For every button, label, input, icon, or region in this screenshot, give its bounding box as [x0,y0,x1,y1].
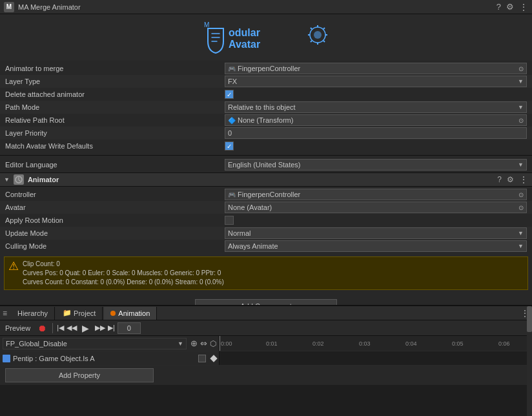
match-avatar-row: Match Avatar Write Defaults ✓ [0,140,532,152]
svg-text:odular: odular [229,27,260,38]
animator-to-merge-value: 🎮 FingerpenController ⊙ [225,63,527,74]
tab-project[interactable]: 📁 Project [56,307,103,320]
add-property-row: Add Property [0,366,532,385]
timeline-scrollbar[interactable] [527,306,532,416]
controller-value: 🎮 FingerpenController ⊙ [225,189,527,200]
pick-icon[interactable]: ⊙ [518,117,524,124]
editor-language-value: English (United States) ▼ [225,159,527,171]
tick-3: 0:03 [359,340,371,347]
animator-to-merge-row: Animator to merge 🎮 FingerpenController … [0,62,532,75]
layer-type-value: FX ▼ [225,76,527,87]
animator-icon [14,174,24,185]
tab-hierarchy[interactable]: Hierarchy [11,307,55,320]
mirror-icon[interactable]: ⇔ [200,338,207,348]
title-bar: M MA Merge Animator ? ⚙ ⋮ [0,0,532,14]
collapse-icon[interactable]: ▼ [4,176,10,183]
more-icon[interactable]: ⋮ [519,174,528,185]
checkbox-checked-icon[interactable]: ✓ [225,90,234,99]
more-icon[interactable]: ⋮ [519,2,528,12]
chevron-down-icon: ▼ [518,161,524,168]
controller-label: Controller [5,191,225,198]
preview-button[interactable]: Preview [3,322,33,335]
prev-button[interactable]: ◀◀ [66,322,77,335]
animator-section-actions: ? ⚙ ⋮ [497,174,528,185]
move-icon[interactable]: ⊕ [190,338,198,348]
layer-type-row: Layer Type FX ▼ [0,75,532,88]
warning-box: ⚠ Clip Count: 0 Curves Pos: 0 Quat: 0 Eu… [4,256,528,290]
svg-point-4 [314,31,322,39]
window-title: MA Merge Animator [18,3,493,11]
clip-select-dropdown[interactable]: FP_Global_Disable ▼ [3,338,187,349]
frame-number[interactable]: 0 [118,322,141,334]
path-mode-dropdown[interactable]: Relative to this object ▼ [225,101,527,113]
folder-icon: 📁 [63,309,72,317]
record-indicator [110,311,116,316]
end-button[interactable]: ▶| [108,322,115,335]
match-avatar-checkbox[interactable]: ✓ [225,141,234,151]
path-mode-label: Path Mode [5,103,225,111]
record-button[interactable]: ⏺ [36,322,48,335]
animation-toolbar: Preview ⏺ |◀ ◀◀ ▶ ▶▶ ▶| 0 [0,320,532,336]
layer-priority-label: Layer Priority [5,129,225,137]
editor-language-label: Editor Language [5,161,225,169]
title-bar-actions: ? ⚙ ⋮ [496,2,528,12]
path-mode-row: Path Mode Relative to this object ▼ [0,101,532,114]
animator-to-merge-label: Animator to merge [5,65,225,72]
layer-priority-field[interactable]: 0 [225,127,527,139]
logo-area: odular Avatar M [0,14,532,61]
settings-icon[interactable]: ⚙ [506,2,514,12]
next-button[interactable]: ▶▶ [95,322,105,335]
game-object-icon [3,355,10,362]
controller-field[interactable]: 🎮 FingerpenController ⊙ [225,189,527,200]
help-icon[interactable]: ? [496,2,501,12]
layer-type-dropdown[interactable]: FX ▼ [225,76,527,87]
culling-mode-row: Culling Mode Always Animate ▼ [0,240,532,253]
help-icon[interactable]: ? [497,175,502,184]
apply-root-motion-value [225,216,527,225]
animator-section-title: Animator [28,176,493,183]
apply-root-motion-checkbox[interactable] [225,216,234,225]
relative-path-root-field[interactable]: 🔷 None (Transform) ⊙ [225,114,527,126]
checkbox-checked-icon[interactable]: ✓ [225,141,234,151]
pick-icon[interactable]: ⊙ [518,191,524,198]
tick-4: 0:04 [405,340,417,347]
begin-button[interactable]: |◀ [57,322,64,335]
delete-animator-checkbox[interactable]: ✓ [225,90,234,99]
delete-animator-label: Delete attached animator [5,90,225,98]
add-property-button[interactable]: Add Property [5,368,154,382]
pick-icon[interactable]: ⊙ [518,65,524,72]
update-mode-row: Update Mode Normal ▼ [0,227,532,240]
relative-path-root-value: 🔷 None (Transform) ⊙ [225,114,527,126]
object-track-checkbox[interactable] [198,355,206,362]
scrollbar-thumb[interactable] [527,306,532,332]
match-avatar-label: Match Avatar Write Defaults [5,142,225,150]
path-mode-value: Relative to this object ▼ [225,101,527,113]
editor-language-dropdown[interactable]: English (United States) ▼ [225,159,527,171]
tab-menu-icon[interactable]: ≡ [3,309,7,318]
tab-animation[interactable]: Animation [104,307,157,320]
layer-priority-value: 0 [225,127,527,139]
checkbox-unchecked-icon[interactable] [225,216,234,225]
avatar-row: Avatar None (Avatar) ⊙ [0,201,532,214]
snap-icon[interactable]: ⬡ [210,339,216,348]
delete-animator-value: ✓ [225,90,527,99]
clip-select-label-area: FP_Global_Disable ▼ ⊕ ⇔ ⬡ [0,336,220,351]
culling-mode-dropdown[interactable]: Always Animate ▼ [225,240,527,252]
play-button[interactable]: ▶ [79,322,92,335]
keyframe-diamond-icon[interactable] [210,355,217,362]
tick-0: 0:00 [221,340,232,347]
apply-root-motion-row: Apply Root Motion [0,214,532,227]
settings-icon[interactable]: ⚙ [507,175,514,184]
svg-text:Avatar: Avatar [229,39,260,50]
timeline-header-ticks: 0:00 0:01 0:02 0:03 0:04 0:05 0:06 [220,336,532,351]
animator-to-merge-field[interactable]: 🎮 FingerpenController ⊙ [225,63,527,74]
update-mode-dropdown[interactable]: Normal ▼ [225,227,527,239]
avatar-field[interactable]: None (Avatar) ⊙ [225,202,527,213]
avatar-value: None (Avatar) ⊙ [225,202,527,213]
apply-root-motion-label: Apply Root Motion [5,216,225,224]
pick-icon[interactable]: ⊙ [518,204,524,211]
chevron-down-icon: ▼ [518,230,524,236]
delete-animator-row: Delete attached animator ✓ [0,88,532,101]
properties-section: Animator to merge 🎮 FingerpenController … [0,61,532,172]
clip-select-row: FP_Global_Disable ▼ ⊕ ⇔ ⬡ 0:00 0:01 0:02… [0,336,532,351]
